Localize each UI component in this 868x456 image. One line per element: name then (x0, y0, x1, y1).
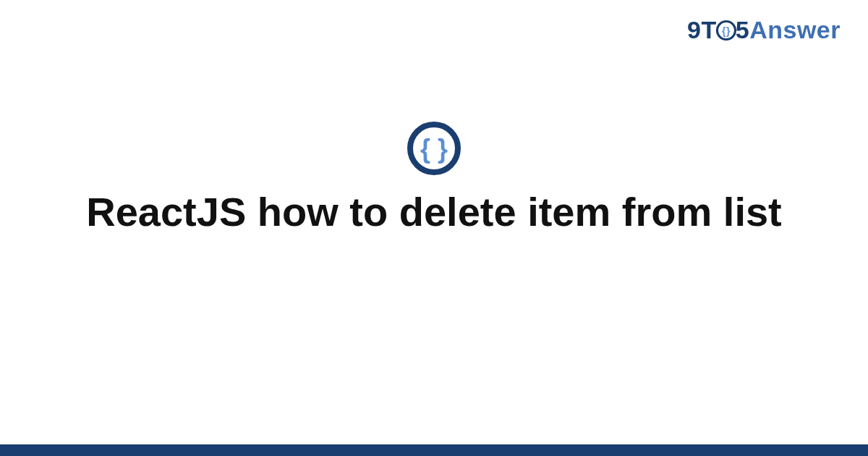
logo-part-answer: Answer (749, 16, 841, 43)
category-braces-icon: { } (405, 119, 463, 180)
svg-text:{ }: { } (420, 134, 448, 164)
logo-part-5: 5 (736, 16, 749, 43)
svg-text:{}: {} (722, 25, 731, 37)
logo-o-glyph-icon: {} (715, 19, 737, 47)
page-title: ReactJS how to delete item from list (0, 188, 868, 236)
logo-part-t: T (701, 16, 716, 43)
site-logo: 9T {} 5Answer (687, 16, 841, 47)
footer-accent-bar (0, 444, 868, 456)
logo-part-9: 9 (687, 16, 701, 43)
